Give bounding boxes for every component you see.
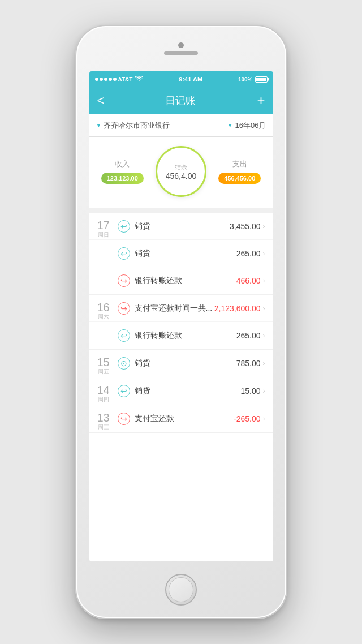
tx-amount: 15.00 xyxy=(240,387,260,396)
battery-fill xyxy=(256,78,266,81)
tx-amount: 3,455.00 xyxy=(230,222,261,231)
tx-expense-icon: ↪ xyxy=(118,413,130,425)
expense-label: 支出 xyxy=(232,159,247,169)
day-number: 17 xyxy=(97,220,109,231)
transaction-item[interactable]: ↩销货265.00› xyxy=(89,240,273,267)
day-weekday: 周五 xyxy=(98,368,109,376)
tx-amount: 466.00 xyxy=(236,276,261,285)
day-group: 15 周五 ⊙销货785.00› xyxy=(89,350,273,377)
phone-screen: AT&T 9:41 AM 100% < xyxy=(89,71,273,561)
transaction-item[interactable]: 17 周日 ↩销货3,455.00› xyxy=(89,213,273,240)
battery-icon xyxy=(255,76,268,83)
income-label: 收入 xyxy=(115,159,130,169)
day-number: 13 xyxy=(97,412,109,423)
transaction-item[interactable]: ↪银行转账还款466.00› xyxy=(89,267,273,294)
phone-top xyxy=(76,26,286,71)
volume-down-button xyxy=(75,166,76,187)
bank-label: 齐齐哈尔市商业银行 xyxy=(104,121,170,131)
day-number: 14 xyxy=(97,384,109,396)
day-group: 13 周三 ↪支付宝还款-265.00› xyxy=(89,405,273,433)
tx-chevron-icon: › xyxy=(263,304,265,312)
phone-bottom xyxy=(76,561,286,618)
period-label: 16年06月 xyxy=(235,121,266,131)
tx-chevron-icon: › xyxy=(263,222,265,230)
add-button[interactable]: + xyxy=(257,94,265,108)
transaction-list: 17 周日 ↩销货3,455.00›↩销货265.00›↪银行转账还款466.0… xyxy=(89,213,273,561)
tx-name: 销货 xyxy=(135,221,230,231)
speaker xyxy=(164,51,198,55)
bank-filter[interactable]: ▼ 齐齐哈尔市商业银行 xyxy=(96,121,170,131)
tx-amount: 785.00 xyxy=(236,359,261,368)
status-time: 9:41 AM xyxy=(179,76,202,83)
filter-divider xyxy=(199,120,199,131)
transaction-item[interactable]: 14 周四 ↩销货15.00› xyxy=(89,377,273,405)
day-header: 16 周六 xyxy=(94,302,113,321)
camera xyxy=(178,42,184,48)
day-header: 14 周四 xyxy=(94,384,113,403)
tx-name: 银行转账还款 xyxy=(135,330,236,341)
wifi-icon xyxy=(135,76,143,83)
day-group: 16 周六 ↪支付宝还款时间一共...2,123,600.00›↩银行转账还款2… xyxy=(89,295,273,350)
status-right: 100% xyxy=(238,76,268,83)
day-header: 13 周三 xyxy=(94,412,113,431)
tx-chevron-icon: › xyxy=(263,387,265,395)
dot4 xyxy=(109,78,112,81)
transaction-item[interactable]: 16 周六 ↪支付宝还款时间一共...2,123,600.00› xyxy=(89,295,273,322)
chevron-down-icon-2: ▼ xyxy=(227,122,233,128)
phone-wrapper: AT&T 9:41 AM 100% < xyxy=(75,25,287,619)
tx-amount: 265.00 xyxy=(236,331,261,340)
tx-amount: 265.00 xyxy=(236,249,261,258)
balance-circle: 结余 456,4.00 xyxy=(156,146,206,197)
dot3 xyxy=(104,78,107,81)
tx-expense-icon: ↪ xyxy=(118,274,130,287)
status-left: AT&T xyxy=(95,76,144,83)
home-button[interactable] xyxy=(165,574,197,606)
tx-name: 支付宝还款 xyxy=(135,414,234,424)
tx-name: 销货 xyxy=(135,358,236,368)
home-button-inner xyxy=(169,577,193,602)
day-group: 17 周日 ↩销货3,455.00›↩销货265.00›↪银行转账还款466.0… xyxy=(89,213,273,295)
tx-chevron-icon: › xyxy=(263,415,265,423)
tx-chevron-icon: › xyxy=(263,277,265,285)
dot1 xyxy=(95,78,98,81)
dot2 xyxy=(100,78,103,81)
tx-chevron-icon: › xyxy=(263,359,265,367)
tx-transfer-icon: ⊙ xyxy=(118,357,130,370)
transaction-item[interactable]: 13 周三 ↪支付宝还款-265.00› xyxy=(89,405,273,432)
expense-summary: 支出 456,456.00 xyxy=(206,159,273,184)
carrier-label: AT&T xyxy=(118,76,133,83)
transaction-item[interactable]: ↩银行转账还款265.00› xyxy=(89,322,273,349)
summary-section: 收入 123,123.00 结余 456,4.00 支出 456,456.00 xyxy=(89,137,273,213)
day-weekday: 周四 xyxy=(98,396,109,403)
power-button xyxy=(286,151,287,184)
tx-amount: -265.00 xyxy=(234,414,260,423)
day-group: 14 周四 ↩销货15.00› xyxy=(89,377,273,405)
tx-expense-icon: ↪ xyxy=(118,302,130,315)
day-weekday: 周六 xyxy=(98,313,109,321)
balance-label: 结余 xyxy=(175,163,187,171)
tx-name: 销货 xyxy=(135,248,236,259)
tx-name: 支付宝还款时间一共... xyxy=(135,303,214,314)
volume-up-button xyxy=(75,139,76,160)
tx-income-icon: ↩ xyxy=(118,329,130,342)
day-header: 17 周日 xyxy=(94,220,113,239)
back-button[interactable]: < xyxy=(97,95,105,107)
battery-label: 100% xyxy=(238,76,253,83)
signal-dots xyxy=(95,78,117,81)
day-weekday: 周三 xyxy=(98,423,109,431)
tx-amount: 2,123,600.00 xyxy=(214,304,261,313)
day-number: 16 xyxy=(97,302,109,313)
chevron-down-icon: ▼ xyxy=(96,122,102,128)
income-summary: 收入 123,123.00 xyxy=(89,159,156,184)
tx-name: 销货 xyxy=(135,386,241,396)
tx-income-icon: ↩ xyxy=(118,385,130,397)
period-filter[interactable]: ▼ 16年06月 xyxy=(227,121,266,131)
tx-name: 银行转账还款 xyxy=(135,276,236,286)
day-weekday: 周日 xyxy=(98,231,109,239)
transaction-item[interactable]: 15 周五 ⊙销货785.00› xyxy=(89,350,273,377)
tx-income-icon: ↩ xyxy=(118,220,130,233)
silent-button xyxy=(75,117,76,132)
expense-bar: 456,456.00 xyxy=(218,173,261,184)
tx-chevron-icon: › xyxy=(263,332,265,340)
tx-chevron-icon: › xyxy=(263,250,265,257)
